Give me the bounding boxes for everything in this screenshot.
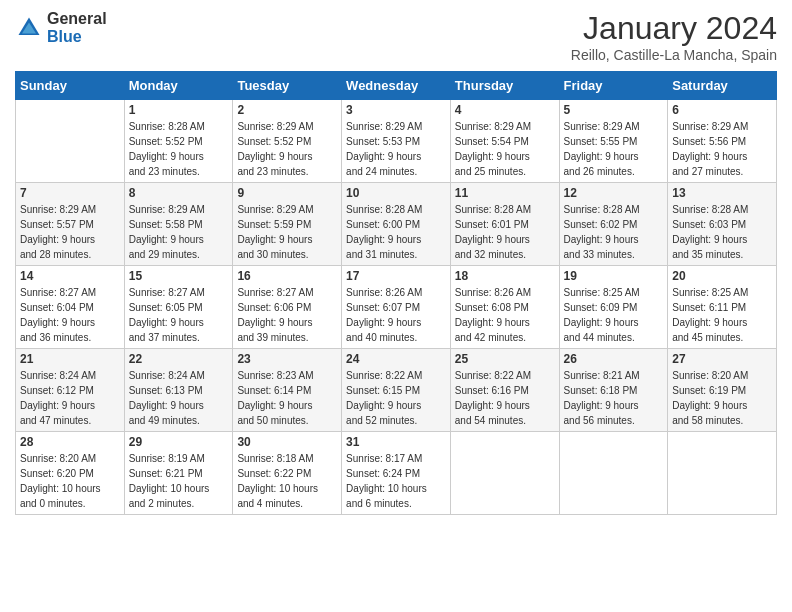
- day-info: Sunrise: 8:22 AMSunset: 6:16 PMDaylight:…: [455, 368, 555, 428]
- day-info: Sunrise: 8:28 AMSunset: 5:52 PMDaylight:…: [129, 119, 229, 179]
- day-number: 21: [20, 352, 120, 366]
- day-number: 14: [20, 269, 120, 283]
- day-cell: 22Sunrise: 8:24 AMSunset: 6:13 PMDayligh…: [124, 349, 233, 432]
- week-row-4: 21Sunrise: 8:24 AMSunset: 6:12 PMDayligh…: [16, 349, 777, 432]
- day-info: Sunrise: 8:24 AMSunset: 6:13 PMDaylight:…: [129, 368, 229, 428]
- day-info: Sunrise: 8:29 AMSunset: 5:53 PMDaylight:…: [346, 119, 446, 179]
- day-cell: 1Sunrise: 8:28 AMSunset: 5:52 PMDaylight…: [124, 100, 233, 183]
- day-number: 29: [129, 435, 229, 449]
- day-info: Sunrise: 8:22 AMSunset: 6:15 PMDaylight:…: [346, 368, 446, 428]
- day-number: 8: [129, 186, 229, 200]
- day-cell: 14Sunrise: 8:27 AMSunset: 6:04 PMDayligh…: [16, 266, 125, 349]
- day-cell: 23Sunrise: 8:23 AMSunset: 6:14 PMDayligh…: [233, 349, 342, 432]
- day-header-saturday: Saturday: [668, 72, 777, 100]
- day-number: 15: [129, 269, 229, 283]
- day-cell: 8Sunrise: 8:29 AMSunset: 5:58 PMDaylight…: [124, 183, 233, 266]
- day-number: 26: [564, 352, 664, 366]
- day-info: Sunrise: 8:27 AMSunset: 6:05 PMDaylight:…: [129, 285, 229, 345]
- month-title: January 2024: [571, 10, 777, 47]
- day-cell: 28Sunrise: 8:20 AMSunset: 6:20 PMDayligh…: [16, 432, 125, 515]
- day-cell: 29Sunrise: 8:19 AMSunset: 6:21 PMDayligh…: [124, 432, 233, 515]
- day-info: Sunrise: 8:21 AMSunset: 6:18 PMDaylight:…: [564, 368, 664, 428]
- day-info: Sunrise: 8:29 AMSunset: 5:59 PMDaylight:…: [237, 202, 337, 262]
- day-cell: 5Sunrise: 8:29 AMSunset: 5:55 PMDaylight…: [559, 100, 668, 183]
- calendar-body: 1Sunrise: 8:28 AMSunset: 5:52 PMDaylight…: [16, 100, 777, 515]
- day-info: Sunrise: 8:29 AMSunset: 5:55 PMDaylight:…: [564, 119, 664, 179]
- day-cell: 2Sunrise: 8:29 AMSunset: 5:52 PMDaylight…: [233, 100, 342, 183]
- day-cell: 10Sunrise: 8:28 AMSunset: 6:00 PMDayligh…: [342, 183, 451, 266]
- day-number: 24: [346, 352, 446, 366]
- day-number: 4: [455, 103, 555, 117]
- day-number: 13: [672, 186, 772, 200]
- day-cell: 7Sunrise: 8:29 AMSunset: 5:57 PMDaylight…: [16, 183, 125, 266]
- day-cell: 15Sunrise: 8:27 AMSunset: 6:05 PMDayligh…: [124, 266, 233, 349]
- day-cell: [559, 432, 668, 515]
- day-info: Sunrise: 8:29 AMSunset: 5:58 PMDaylight:…: [129, 202, 229, 262]
- day-info: Sunrise: 8:26 AMSunset: 6:08 PMDaylight:…: [455, 285, 555, 345]
- day-info: Sunrise: 8:29 AMSunset: 5:54 PMDaylight:…: [455, 119, 555, 179]
- day-number: 6: [672, 103, 772, 117]
- day-info: Sunrise: 8:28 AMSunset: 6:01 PMDaylight:…: [455, 202, 555, 262]
- day-info: Sunrise: 8:20 AMSunset: 6:20 PMDaylight:…: [20, 451, 120, 511]
- day-header-monday: Monday: [124, 72, 233, 100]
- day-number: 7: [20, 186, 120, 200]
- day-cell: 31Sunrise: 8:17 AMSunset: 6:24 PMDayligh…: [342, 432, 451, 515]
- day-cell: 25Sunrise: 8:22 AMSunset: 6:16 PMDayligh…: [450, 349, 559, 432]
- day-info: Sunrise: 8:28 AMSunset: 6:03 PMDaylight:…: [672, 202, 772, 262]
- week-row-2: 7Sunrise: 8:29 AMSunset: 5:57 PMDaylight…: [16, 183, 777, 266]
- day-number: 23: [237, 352, 337, 366]
- logo-text: General Blue: [47, 10, 107, 46]
- day-cell: [668, 432, 777, 515]
- day-number: 18: [455, 269, 555, 283]
- day-header-sunday: Sunday: [16, 72, 125, 100]
- day-info: Sunrise: 8:29 AMSunset: 5:56 PMDaylight:…: [672, 119, 772, 179]
- day-cell: 11Sunrise: 8:28 AMSunset: 6:01 PMDayligh…: [450, 183, 559, 266]
- day-number: 10: [346, 186, 446, 200]
- day-info: Sunrise: 8:23 AMSunset: 6:14 PMDaylight:…: [237, 368, 337, 428]
- day-cell: 17Sunrise: 8:26 AMSunset: 6:07 PMDayligh…: [342, 266, 451, 349]
- day-info: Sunrise: 8:24 AMSunset: 6:12 PMDaylight:…: [20, 368, 120, 428]
- week-row-3: 14Sunrise: 8:27 AMSunset: 6:04 PMDayligh…: [16, 266, 777, 349]
- day-number: 1: [129, 103, 229, 117]
- day-cell: [16, 100, 125, 183]
- day-number: 25: [455, 352, 555, 366]
- location-title: Reillo, Castille-La Mancha, Spain: [571, 47, 777, 63]
- day-headers-row: SundayMondayTuesdayWednesdayThursdayFrid…: [16, 72, 777, 100]
- day-cell: 9Sunrise: 8:29 AMSunset: 5:59 PMDaylight…: [233, 183, 342, 266]
- day-cell: 27Sunrise: 8:20 AMSunset: 6:19 PMDayligh…: [668, 349, 777, 432]
- day-info: Sunrise: 8:29 AMSunset: 5:52 PMDaylight:…: [237, 119, 337, 179]
- day-number: 12: [564, 186, 664, 200]
- day-number: 17: [346, 269, 446, 283]
- day-cell: 3Sunrise: 8:29 AMSunset: 5:53 PMDaylight…: [342, 100, 451, 183]
- day-info: Sunrise: 8:20 AMSunset: 6:19 PMDaylight:…: [672, 368, 772, 428]
- day-cell: 6Sunrise: 8:29 AMSunset: 5:56 PMDaylight…: [668, 100, 777, 183]
- day-number: 3: [346, 103, 446, 117]
- day-number: 22: [129, 352, 229, 366]
- logo: General Blue: [15, 10, 107, 46]
- day-info: Sunrise: 8:27 AMSunset: 6:06 PMDaylight:…: [237, 285, 337, 345]
- day-info: Sunrise: 8:25 AMSunset: 6:09 PMDaylight:…: [564, 285, 664, 345]
- calendar-header: SundayMondayTuesdayWednesdayThursdayFrid…: [16, 72, 777, 100]
- day-number: 11: [455, 186, 555, 200]
- day-number: 27: [672, 352, 772, 366]
- day-cell: 20Sunrise: 8:25 AMSunset: 6:11 PMDayligh…: [668, 266, 777, 349]
- day-header-wednesday: Wednesday: [342, 72, 451, 100]
- logo-icon: [15, 14, 43, 42]
- day-cell: 21Sunrise: 8:24 AMSunset: 6:12 PMDayligh…: [16, 349, 125, 432]
- day-cell: 12Sunrise: 8:28 AMSunset: 6:02 PMDayligh…: [559, 183, 668, 266]
- day-number: 30: [237, 435, 337, 449]
- day-cell: 26Sunrise: 8:21 AMSunset: 6:18 PMDayligh…: [559, 349, 668, 432]
- day-number: 9: [237, 186, 337, 200]
- day-cell: 19Sunrise: 8:25 AMSunset: 6:09 PMDayligh…: [559, 266, 668, 349]
- day-number: 20: [672, 269, 772, 283]
- day-cell: 18Sunrise: 8:26 AMSunset: 6:08 PMDayligh…: [450, 266, 559, 349]
- day-cell: 30Sunrise: 8:18 AMSunset: 6:22 PMDayligh…: [233, 432, 342, 515]
- day-info: Sunrise: 8:18 AMSunset: 6:22 PMDaylight:…: [237, 451, 337, 511]
- day-cell: [450, 432, 559, 515]
- day-number: 16: [237, 269, 337, 283]
- day-info: Sunrise: 8:27 AMSunset: 6:04 PMDaylight:…: [20, 285, 120, 345]
- day-number: 19: [564, 269, 664, 283]
- page-header: General Blue January 2024 Reillo, Castil…: [15, 10, 777, 63]
- day-number: 28: [20, 435, 120, 449]
- day-info: Sunrise: 8:28 AMSunset: 6:02 PMDaylight:…: [564, 202, 664, 262]
